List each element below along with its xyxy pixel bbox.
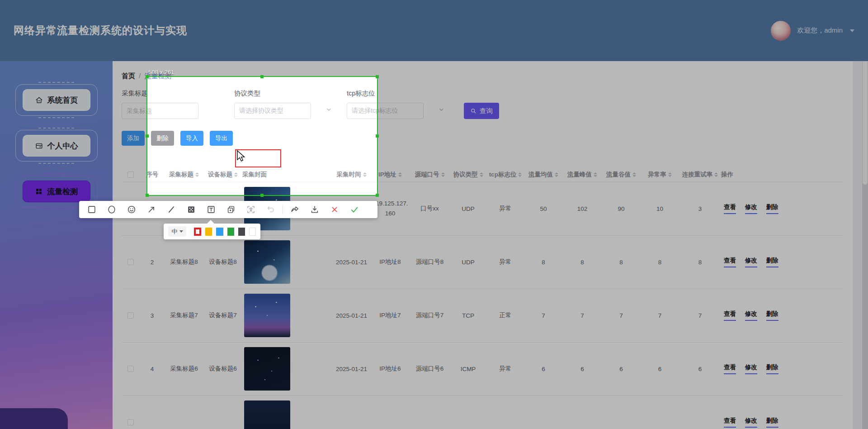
- selection-handle[interactable]: [146, 134, 149, 138]
- color-swatch-blue[interactable]: [216, 228, 223, 236]
- undo-icon[interactable]: [261, 201, 281, 218]
- recognize-tool-icon[interactable]: [241, 201, 261, 218]
- ellipse-tool-icon[interactable]: [102, 201, 122, 218]
- rect-tool-icon[interactable]: [82, 201, 102, 218]
- toolbar-divider: [283, 205, 283, 214]
- emoji-tool-icon[interactable]: [122, 201, 142, 218]
- close-icon[interactable]: [325, 201, 344, 218]
- brush-size-select[interactable]: 中: [168, 226, 186, 237]
- color-swatch-yellow[interactable]: [205, 228, 212, 236]
- sticker-tool-icon[interactable]: [221, 201, 241, 218]
- dim-overlay-right: [377, 77, 868, 195]
- selection-handle[interactable]: [376, 75, 379, 78]
- download-icon[interactable]: [305, 201, 325, 218]
- brush-options-popup: 中: [164, 224, 260, 239]
- arrow-tool-icon[interactable]: [142, 201, 161, 218]
- selection-handle[interactable]: [146, 75, 149, 78]
- color-swatch-gray[interactable]: [238, 228, 245, 236]
- color-swatch-green[interactable]: [227, 228, 234, 236]
- mosaic-tool-icon[interactable]: [181, 201, 201, 218]
- selection-size-label: 508 x 261: [148, 69, 174, 76]
- dim-overlay-bottom: [0, 195, 868, 429]
- dim-overlay-top: [0, 0, 868, 77]
- capture-toolbar: [79, 201, 377, 218]
- pen-tool-icon[interactable]: [161, 201, 181, 218]
- dim-overlay-left: [0, 77, 147, 195]
- share-icon[interactable]: [285, 201, 305, 218]
- mouse-cursor: [236, 150, 246, 162]
- chevron-down-icon: [179, 230, 183, 233]
- selection-handle[interactable]: [146, 194, 149, 197]
- color-swatch-red[interactable]: [194, 228, 201, 236]
- selection-handle[interactable]: [376, 134, 379, 138]
- color-swatch-white[interactable]: [249, 228, 256, 236]
- text-tool-icon[interactable]: [201, 201, 221, 218]
- capture-selection[interactable]: [146, 76, 378, 196]
- confirm-icon[interactable]: [344, 201, 364, 218]
- selection-handle[interactable]: [260, 75, 264, 78]
- selection-handle[interactable]: [260, 194, 264, 197]
- selection-handle[interactable]: [376, 194, 379, 197]
